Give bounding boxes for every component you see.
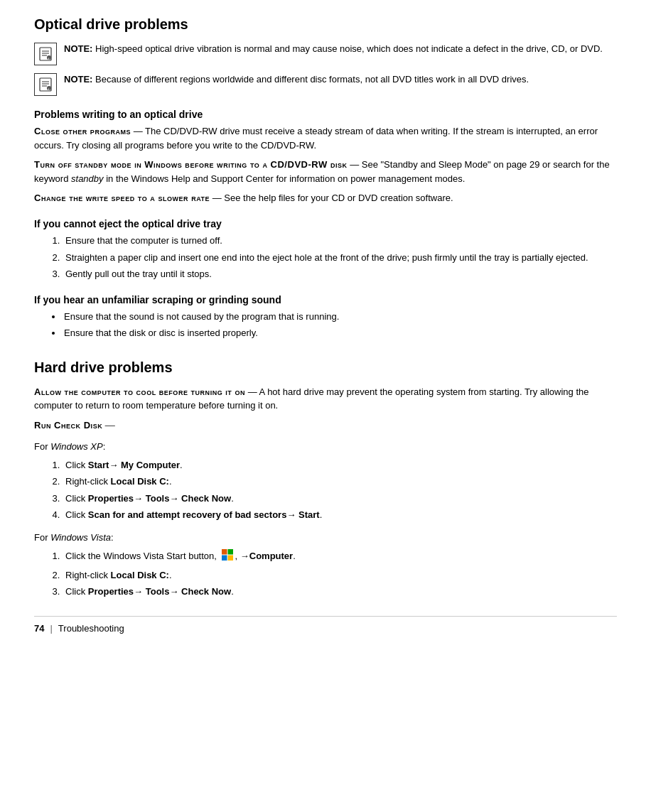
svg-rect-14: [222, 556, 227, 561]
vista-step-3: Click Properties→ Tools→ Check Now.: [63, 585, 617, 599]
turn-off-standby-dash: —: [348, 159, 362, 170]
footer-separator: |: [50, 622, 52, 636]
allow-cool-block: Allow the computer to cool before turnin…: [34, 385, 617, 413]
writing-subsection-title: Problems writing to an optical drive: [34, 107, 617, 121]
xp-label: For Windows XP:: [34, 440, 617, 454]
note-2-bold: NOTE:: [64, 74, 92, 85]
note-icon-1: i: [34, 43, 57, 65]
scraping-bullet-1: Ensure that the sound is not caused by t…: [63, 310, 617, 324]
svg-rect-15: [227, 556, 233, 561]
note-icon-2: i: [34, 73, 57, 96]
run-check-disk-label: Run Check Disk: [34, 420, 102, 431]
scraping-section: If you hear an unfamiliar scraping or gr…: [34, 293, 617, 340]
allow-cool-dash: —: [245, 386, 259, 397]
scraping-bullet-2: Ensure that the disk or disc is inserted…: [63, 326, 617, 340]
eject-steps-list: Ensure that the computer is turned off. …: [63, 234, 617, 281]
eject-step-1: Ensure that the computer is turned off.: [63, 234, 617, 248]
close-programs-block: Close other programs — The CD/DVD-RW dri…: [34, 124, 617, 152]
writing-section: Problems writing to an optical drive Clo…: [34, 107, 617, 205]
eject-step-2: Straighten a paper clip and insert one e…: [63, 251, 617, 265]
vista-steps-list: Click the Windows Vista Start button, , …: [63, 548, 617, 599]
xp-step-3: Click Properties→ Tools→ Check Now.: [63, 492, 617, 506]
xp-steps-list: Click Start→ My Computer. Right-click Lo…: [63, 458, 617, 522]
note-block-1: i NOTE: High-speed optical drive vibrati…: [34, 42, 617, 65]
scraping-subsection-title: If you hear an unfamiliar scraping or gr…: [34, 293, 617, 307]
vista-step-1: Click the Windows Vista Start button, , …: [63, 548, 617, 565]
note-text-2: NOTE: Because of different regions world…: [64, 72, 529, 87]
eject-subsection-title: If you cannot eject the optical drive tr…: [34, 217, 617, 231]
note-1-text: High-speed optical drive vibration is no…: [92, 43, 603, 54]
vista-label: For Windows Vista:: [34, 531, 617, 545]
note-block-2: i NOTE: Because of different regions wor…: [34, 72, 617, 96]
footer: 74 | Troubleshooting: [34, 616, 617, 636]
page-number: 74: [34, 622, 44, 636]
xp-step-1: Click Start→ My Computer.: [63, 458, 617, 472]
change-write-speed-block: Change the write speed to a slower rate …: [34, 191, 617, 205]
scraping-bullets-list: Ensure that the sound is not caused by t…: [63, 310, 617, 340]
change-write-speed-label: Change the write speed to a slower rate: [34, 193, 210, 203]
change-write-speed-text: See the help files for your CD or DVD cr…: [224, 193, 453, 203]
footer-section: Troubleshooting: [58, 622, 124, 636]
turn-off-standby-label: Turn off standby mode in Windows before …: [34, 159, 348, 170]
change-write-speed-dash: —: [210, 193, 224, 203]
optical-drive-title: Optical drive problems: [34, 14, 617, 35]
close-programs-label: Close other programs: [34, 126, 131, 136]
vista-step-2: Right-click Local Disk C:.: [63, 568, 617, 583]
svg-rect-13: [227, 549, 233, 555]
allow-cool-label: Allow the computer to cool before turnin…: [34, 386, 245, 397]
xp-step-4: Click Scan for and attempt recovery of b…: [63, 508, 617, 522]
eject-section: If you cannot eject the optical drive tr…: [34, 217, 617, 281]
turn-off-standby-block: Turn off standby mode in Windows before …: [34, 158, 617, 185]
eject-step-3: Gently pull out the tray until it stops.: [63, 267, 617, 281]
run-check-disk-dash: —: [102, 420, 115, 431]
note-1-bold: NOTE:: [64, 43, 92, 54]
svg-rect-12: [222, 549, 227, 555]
close-programs-dash: —: [131, 126, 145, 136]
run-check-disk-block: Run Check Disk —: [34, 418, 617, 433]
note-text-1: NOTE: High-speed optical drive vibration…: [64, 42, 603, 56]
xp-step-2: Right-click Local Disk C:.: [63, 475, 617, 489]
windows-start-icon: [221, 548, 234, 565]
note-2-text: Because of different regions worldwide a…: [92, 74, 529, 85]
hard-drive-title: Hard drive problems: [34, 357, 617, 378]
